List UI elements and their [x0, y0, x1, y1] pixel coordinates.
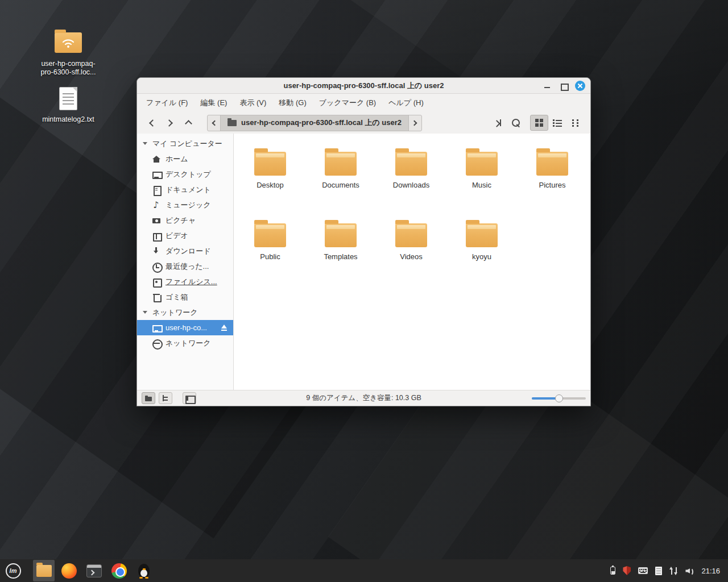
- music-note-icon: [152, 201, 161, 210]
- firewall-shield-icon[interactable]: [623, 566, 631, 575]
- folder-item[interactable]: Music: [446, 144, 517, 215]
- folder-item[interactable]: Pictures: [517, 144, 588, 215]
- folder-item[interactable]: Public: [235, 215, 305, 287]
- folder-label: Videos: [400, 252, 423, 261]
- home-icon: [152, 155, 161, 164]
- sidebar-item-documents[interactable]: ドキュメント: [137, 182, 233, 197]
- desktop-icon-label: mintmatelog2.txt: [36, 115, 100, 124]
- document-tray-icon[interactable]: [655, 567, 662, 575]
- sidebar-item-videos[interactable]: ビデオ: [137, 228, 233, 243]
- keyboard-icon[interactable]: [638, 567, 648, 574]
- video-icon: [152, 231, 161, 240]
- sidebar: マイ コンピューター ホーム デスクトップ ドキュメント ミュージック: [137, 134, 234, 390]
- taskbar-chrome-button[interactable]: [108, 560, 130, 581]
- back-icon: [149, 119, 156, 127]
- mint-menu-button[interactable]: lm: [2, 560, 24, 581]
- menu-edit[interactable]: 編集 (E): [194, 95, 233, 111]
- sidebar-item-label: ドキュメント: [166, 185, 211, 195]
- eject-icon[interactable]: [220, 323, 229, 332]
- wifi-icon: [61, 38, 75, 48]
- menu-bookmarks[interactable]: ブックマーク (B): [313, 95, 382, 111]
- show-places-button[interactable]: [142, 392, 155, 404]
- forward-button[interactable]: [161, 115, 179, 131]
- taskbar-firefox-button[interactable]: [58, 560, 80, 581]
- hide-sidebar-button[interactable]: [183, 392, 196, 404]
- folder-icon: [466, 152, 498, 176]
- zoom-thumb[interactable]: [555, 394, 563, 402]
- collapse-triangle-icon: [143, 311, 147, 314]
- sidebar-item-music[interactable]: ミュージック: [137, 197, 233, 213]
- location-entry-icon: [493, 118, 502, 127]
- disk-icon: [152, 277, 161, 286]
- clock-icon: [152, 262, 161, 271]
- folder-icon: [325, 223, 357, 247]
- sidebar-item-label: ネットワーク: [166, 338, 211, 348]
- menu-go[interactable]: 移動 (G): [272, 95, 312, 111]
- sidebar-item-recent[interactable]: 最近使った...: [137, 259, 233, 274]
- breadcrumb[interactable]: user-hp-compaq-pro-6300-sff.local 上の use…: [220, 115, 409, 131]
- sidebar-section-computer[interactable]: マイ コンピューター: [137, 136, 233, 151]
- titlebar[interactable]: user-hp-compaq-pro-6300-sff.local 上の use…: [137, 78, 590, 94]
- text-file-icon: [59, 87, 77, 110]
- folder-label: Public: [260, 252, 280, 261]
- sidebar-item-network-share[interactable]: user-hp-co...: [137, 320, 233, 335]
- volume-icon[interactable]: [685, 567, 694, 575]
- folder-item[interactable]: Desktop: [235, 144, 305, 215]
- network-share-folder-icon: [55, 32, 82, 53]
- back-button[interactable]: [143, 115, 161, 131]
- folder-label: Music: [472, 181, 491, 189]
- firefox-icon: [61, 563, 77, 579]
- clock[interactable]: 21:16: [701, 567, 720, 575]
- sidebar-item-desktop[interactable]: デスクトップ: [137, 167, 233, 182]
- sidebar-section-network[interactable]: ネットワーク: [137, 305, 233, 320]
- desktop-icon: [152, 170, 161, 179]
- network-arrows-icon[interactable]: [669, 567, 678, 575]
- taskbar-file-manager-button[interactable]: [33, 560, 55, 581]
- sidebar-item-trash[interactable]: ゴミ箱: [137, 289, 233, 305]
- taskbar-terminal-button[interactable]: [83, 560, 105, 581]
- sidebar-item-label: ダウンロード: [166, 246, 211, 256]
- path-scroll-right-button[interactable]: [409, 115, 421, 131]
- sidebar-item-network[interactable]: ネットワーク: [137, 335, 233, 351]
- menubar: ファイル (F) 編集 (E) 表示 (V) 移動 (G) ブックマーク (B)…: [137, 94, 590, 112]
- window-title: user-hp-compaq-pro-6300-sff.local 上の use…: [283, 81, 444, 91]
- taskbar-penguin-button[interactable]: [133, 560, 155, 581]
- minimize-button[interactable]: [542, 81, 552, 91]
- folder-icon: [325, 152, 357, 176]
- list-view-button[interactable]: [548, 115, 566, 131]
- sidebar-item-filesystem[interactable]: ファイルシス...: [137, 274, 233, 289]
- folder-icon: [536, 152, 568, 176]
- desktop-icon-network-share[interactable]: user-hp-compaq- pro-6300-sff.loc...: [36, 30, 100, 77]
- folder-icon: [254, 152, 286, 176]
- close-button[interactable]: [575, 81, 585, 91]
- mint-logo-icon: lm: [6, 563, 21, 579]
- folder-icon: [254, 223, 286, 247]
- folder-item[interactable]: Documents: [305, 144, 376, 215]
- icon-view-button[interactable]: [530, 115, 548, 131]
- battery-icon[interactable]: [610, 567, 615, 575]
- maximize-button[interactable]: [559, 81, 569, 91]
- penguin-icon: [138, 564, 150, 578]
- sidebar-item-downloads[interactable]: ダウンロード: [137, 243, 233, 259]
- zoom-slider[interactable]: [532, 394, 586, 402]
- folder-label: Downloads: [393, 181, 429, 189]
- search-button[interactable]: [507, 115, 525, 131]
- location-entry-toggle-button[interactable]: [489, 115, 507, 131]
- menu-file[interactable]: ファイル (F): [140, 95, 194, 111]
- up-button[interactable]: [179, 115, 197, 131]
- folder-item[interactable]: Templates: [305, 215, 376, 287]
- folder-item[interactable]: Downloads: [376, 144, 446, 215]
- file-list-pane[interactable]: Desktop Documents Downloads Music Pictur…: [234, 134, 590, 390]
- menu-view[interactable]: 表示 (V): [233, 95, 272, 111]
- desktop-icon-text-file[interactable]: mintmatelog2.txt: [36, 85, 100, 124]
- show-tree-button[interactable]: [159, 392, 172, 404]
- sidebar-item-pictures[interactable]: ピクチャ: [137, 213, 233, 228]
- path-scroll-left-button[interactable]: [208, 115, 220, 131]
- statusbar: 9 個のアイテム、空き容量: 10.3 GB: [137, 390, 590, 406]
- menu-help[interactable]: ヘルプ (H): [382, 95, 430, 111]
- sidebar-item-home[interactable]: ホーム: [137, 151, 233, 167]
- compact-view-button[interactable]: [566, 115, 585, 131]
- folder-item[interactable]: Videos: [376, 215, 446, 287]
- folder-item[interactable]: kyoyu: [446, 215, 517, 287]
- sidebar-item-label: ホーム: [166, 154, 188, 164]
